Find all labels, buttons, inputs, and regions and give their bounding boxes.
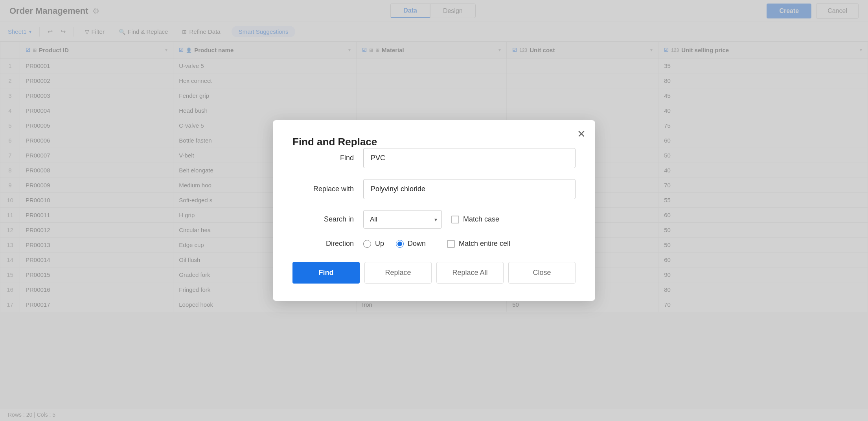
dialog-buttons: Find Replace Replace All Close: [292, 262, 576, 284]
find-row: Find: [292, 148, 576, 168]
direction-down-label[interactable]: Down: [396, 240, 426, 248]
search-in-select[interactable]: All Current Column Selected Rows: [363, 210, 442, 229]
search-in-row: Search in All Current Column Selected Ro…: [292, 210, 576, 229]
direction-down-radio[interactable]: [396, 240, 404, 248]
match-case-checkbox[interactable]: [451, 216, 459, 223]
find-button[interactable]: Find: [292, 262, 360, 284]
search-in-label: Search in: [292, 215, 363, 223]
find-input[interactable]: [363, 148, 576, 168]
dialog-backdrop: Find and Replace ✕ Find Replace with Sea…: [0, 0, 868, 421]
direction-row: Direction Up Down Match entire cell: [292, 240, 576, 248]
find-label: Find: [292, 154, 363, 162]
find-replace-dialog: Find and Replace ✕ Find Replace with Sea…: [273, 120, 595, 301]
direction-label: Direction: [292, 240, 363, 248]
replace-label: Replace with: [292, 185, 363, 193]
replace-row: Replace with: [292, 179, 576, 199]
match-entire-cell-label[interactable]: Match entire cell: [447, 240, 510, 248]
dialog-title: Find and Replace: [292, 136, 377, 148]
replace-button[interactable]: Replace: [364, 262, 432, 284]
direction-up-radio[interactable]: [363, 240, 371, 248]
direction-radio-group: Up Down Match entire cell: [363, 240, 510, 248]
dialog-close-button[interactable]: ✕: [577, 128, 586, 140]
search-in-select-wrap: All Current Column Selected Rows ▾: [363, 210, 442, 229]
direction-up-label[interactable]: Up: [363, 240, 384, 248]
replace-all-button[interactable]: Replace All: [436, 262, 504, 284]
match-case-label[interactable]: Match case: [451, 215, 499, 223]
close-dialog-button[interactable]: Close: [508, 262, 576, 284]
match-entire-cell-checkbox[interactable]: [447, 240, 455, 248]
replace-input[interactable]: [363, 179, 576, 199]
